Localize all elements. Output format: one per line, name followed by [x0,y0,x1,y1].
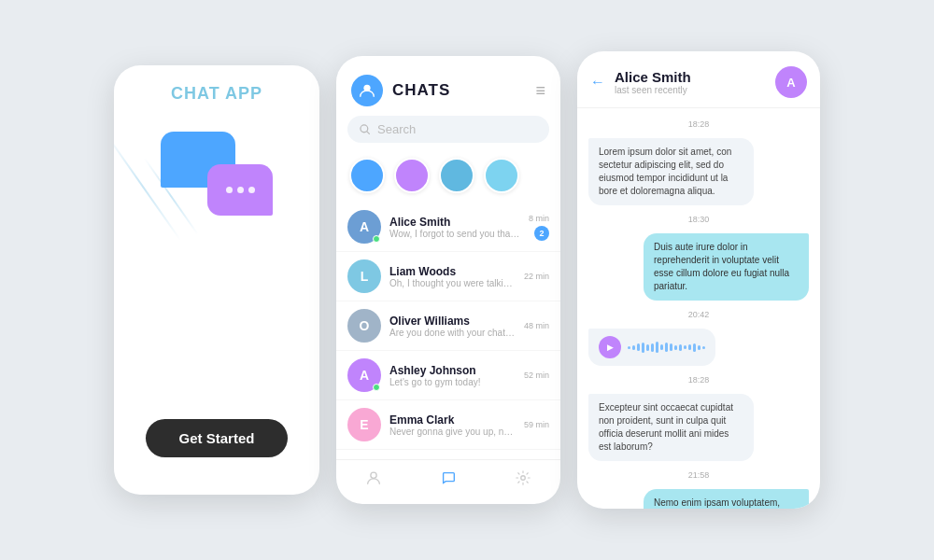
online-dot [373,235,380,243]
wave-bar [688,344,691,350]
chat-badge: 2 [534,226,549,241]
search-icon [359,123,371,135]
play-button[interactable]: ▶ [599,336,621,358]
nav-settings[interactable] [515,469,531,491]
bottom-nav [336,459,560,504]
chat-meta: 52 min [524,371,549,380]
wave-bar [628,346,630,349]
voice-message[interactable]: ▶ [588,329,715,366]
story-3[interactable] [439,158,474,193]
message-sent: Duis aute irure dolor in reprehenderit i… [644,233,809,301]
chat-time: 8 min [529,214,549,223]
chat-item[interactable]: A Alice Smith Wow, I forgot to send you … [336,203,560,252]
chat-name: Liam Woods [389,265,516,278]
chat-preview: Never gonna give you up, never... [389,427,516,437]
chat-name: Ashley Johnson [389,364,516,377]
wave-bar [637,343,640,351]
bubble-purple [207,164,273,216]
phone-splash: CHAT APP Get Started [114,65,319,495]
conv-contact-info: Alice Smith last seen recently [615,69,766,95]
wave-bar [702,346,705,349]
chat-icons [161,132,273,216]
chats-header-left: CHATS [351,75,450,106]
chat-name: Emma Clark [389,413,516,427]
conv-header: ← Alice Smith last seen recently A [577,51,820,108]
stories-row [336,152,560,203]
dot3 [248,187,255,193]
chat-avatar: A [347,210,381,244]
messages-list: 18:28Lorem ipsum dolor sit amet, con sec… [577,108,820,509]
chat-info: Emma Clark Never gonna give you up, neve… [389,413,516,437]
chat-info: Alice Smith Wow, I forgot to send you th… [389,216,520,239]
search-bar[interactable]: Search [347,116,549,143]
chat-item[interactable]: L Liam Woods Oh, I thought you were talk… [336,252,560,301]
chat-meta: 59 min [524,420,549,429]
dot2 [237,187,244,193]
chat-meta: 22 min [524,272,549,281]
message-time: 20:42 [588,310,809,319]
chat-info: Liam Woods Oh, I thought you were talkin… [389,265,516,288]
message-sent: Nemo enim ipsam voluptatem, quia pula vo… [644,489,809,509]
chat-time: 52 min [524,371,549,380]
message-received: Excepteur sint occaecat cupidtat non pro… [588,394,754,461]
wave-bar [656,342,658,353]
chat-item[interactable]: A Ashley Johnson Let's go to gym today! … [336,351,560,400]
chat-info: Oliver Williams Are you done with your c… [389,315,516,338]
wave-bar [698,345,700,350]
phone-conversation: ← Alice Smith last seen recently A 18:28… [577,51,820,509]
message-time: 21:58 [588,470,809,480]
chat-item[interactable]: O Oliver Williams Are you done with your… [336,301,560,351]
svg-point-1 [361,125,368,133]
dot1 [226,187,233,193]
contact-name: Alice Smith [615,69,766,85]
chat-meta: 48 min [524,321,549,330]
search-placeholder: Search [377,122,416,136]
wave-bar [693,343,696,352]
chats-header: CHATS ≡ [336,56,560,116]
online-dot [373,384,380,391]
chat-time: 22 min [524,272,549,281]
chat-list: A Alice Smith Wow, I forgot to send you … [336,203,560,459]
bubble-dots [226,187,255,193]
svg-point-2 [371,472,376,478]
back-button[interactable]: ← [590,74,605,91]
message-received: Lorem ipsum dolor sit amet, con sectetur… [588,138,754,205]
chat-avatar: O [347,309,381,343]
chat-name: Oliver Williams [389,315,516,328]
wave-bar [665,343,668,352]
phones-container: CHAT APP Get Started [114,51,820,509]
contact-avatar: A [775,66,807,98]
nav-profile[interactable] [365,469,382,491]
phone-chats: CHATS ≡ Search A Alice Smith Wow, I [336,56,560,504]
story-4[interactable] [484,158,519,193]
story-1[interactable] [349,158,385,193]
wave-bar [642,343,644,353]
waveform [628,342,705,353]
chat-meta: 8 min 2 [529,214,549,241]
wave-bar [679,344,682,351]
chat-item[interactable]: E Emma Clark Never gonna give you up, ne… [336,400,560,450]
chat-avatar: E [347,408,381,441]
menu-icon[interactable]: ≡ [535,81,545,101]
chat-avatar: A [347,358,381,392]
wave-bar [632,345,635,350]
wave-bar [660,344,663,350]
message-time: 18:28 [588,375,809,385]
wave-bar [684,345,686,349]
chat-avatar: L [347,259,381,293]
user-avatar[interactable] [351,75,383,106]
get-started-button[interactable]: Get Started [146,419,289,457]
wave-bar [646,344,649,351]
wave-bar [651,343,654,352]
nav-chats[interactable] [440,469,457,491]
chat-name: Alice Smith [389,216,520,229]
chat-preview: Let's go to gym today! [389,377,516,387]
chat-time: 48 min [524,321,549,330]
wave-bar [670,343,672,351]
message-time: 18:28 [588,119,809,129]
chat-info: Ashley Johnson Let's go to gym today! [389,364,516,387]
svg-point-3 [521,476,526,481]
story-2[interactable] [394,158,430,193]
chats-title: CHATS [392,81,450,100]
chat-preview: Oh, I thought you were talking about com… [389,278,516,288]
